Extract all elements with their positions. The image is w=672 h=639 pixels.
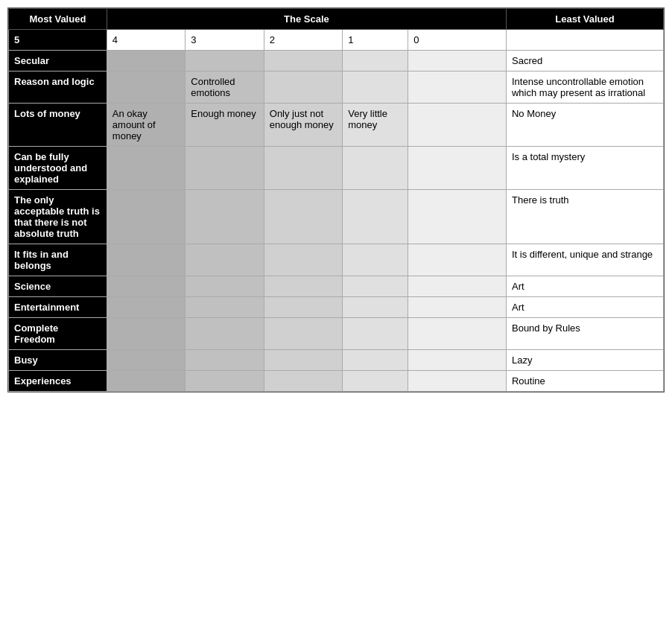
row-scale-cell-2 (186, 371, 264, 392)
scale-numbers-row: 5 4 3 2 1 0 (9, 30, 664, 51)
row-label-cell: Reason and logic (9, 71, 107, 104)
table-row: ScienceArt (9, 276, 664, 297)
row-label-cell: Science (9, 276, 107, 297)
row-least-cell: Art (506, 297, 663, 318)
row-scale-cell-1 (107, 371, 185, 392)
row-scale-cell-2 (186, 190, 264, 244)
row-scale-cell-3 (264, 51, 342, 71)
row-least-cell: Routine (506, 371, 663, 392)
row-label-cell: Lots of money (9, 104, 107, 147)
row-scale-cell-5 (408, 350, 507, 371)
scale-num-0: 5 (9, 30, 107, 51)
row-scale-cell-2 (186, 276, 264, 297)
row-scale-cell-4 (343, 147, 408, 190)
table-row: Lots of moneyAn okay amount of moneyEnou… (9, 104, 664, 147)
row-scale-cell-1 (107, 276, 185, 297)
row-scale-cell-1 (107, 318, 185, 350)
row-scale-cell-1 (107, 51, 185, 71)
row-scale-cell-5 (408, 297, 507, 318)
most-valued-header: Most Valued (9, 9, 107, 30)
table-row: The only acceptable truth is that there … (9, 190, 664, 244)
row-scale-cell-3 (264, 276, 342, 297)
row-least-cell: Lazy (506, 350, 663, 371)
table-row: BusyLazy (9, 350, 664, 371)
row-scale-cell-4 (343, 318, 408, 350)
least-valued-header: Least Valued (506, 9, 663, 30)
row-scale-cell-2: Enough money (186, 104, 264, 147)
row-least-cell: No Money (506, 104, 663, 147)
scale-num-5: 0 (408, 30, 507, 51)
row-least-cell: Sacred (506, 51, 663, 71)
row-scale-cell-2: Controlled emotions (186, 71, 264, 104)
row-scale-cell-3 (264, 147, 342, 190)
row-scale-cell-2 (186, 318, 264, 350)
row-label-cell: Busy (9, 350, 107, 371)
scale-num-4: 1 (343, 30, 408, 51)
table-row: ExperiencesRoutine (9, 371, 664, 392)
row-scale-cell-4 (343, 350, 408, 371)
row-scale-cell-1 (107, 71, 185, 104)
row-scale-cell-3 (264, 244, 342, 276)
header-row: Most Valued The Scale Least Valued (9, 9, 664, 30)
scale-num-1: 4 (107, 30, 185, 51)
row-scale-cell-5 (408, 147, 507, 190)
scale-num-2: 3 (186, 30, 264, 51)
table-row: Complete FreedomBound by Rules (9, 318, 664, 350)
table-row: Can be fully understood and explainedIs … (9, 147, 664, 190)
row-scale-cell-1 (107, 244, 185, 276)
table-row: SecularSacred (9, 51, 664, 71)
row-scale-cell-4 (343, 297, 408, 318)
table-row: Reason and logicControlled emotionsInten… (9, 71, 664, 104)
row-scale-cell-3 (264, 371, 342, 392)
row-label-cell: Complete Freedom (9, 318, 107, 350)
row-scale-cell-3: Only just not enough money (264, 104, 342, 147)
row-label-cell: Entertainment (9, 297, 107, 318)
row-scale-cell-5 (408, 190, 507, 244)
row-scale-cell-1: An okay amount of money (107, 104, 185, 147)
table-row: EntertainmentArt (9, 297, 664, 318)
scale-num-least (506, 30, 663, 51)
row-scale-cell-2 (186, 244, 264, 276)
row-scale-cell-3 (264, 318, 342, 350)
row-scale-cell-3 (264, 297, 342, 318)
row-scale-cell-4: Very little money (343, 104, 408, 147)
row-least-cell: There is truth (506, 190, 663, 244)
row-scale-cell-1 (107, 190, 185, 244)
row-least-cell: Bound by Rules (506, 318, 663, 350)
row-least-cell: Intense uncontrollable emotion which may… (506, 71, 663, 104)
row-scale-cell-2 (186, 297, 264, 318)
row-label-cell: The only acceptable truth is that there … (9, 190, 107, 244)
row-scale-cell-4 (343, 51, 408, 71)
row-label-cell: Secular (9, 51, 107, 71)
row-scale-cell-5 (408, 318, 507, 350)
row-scale-cell-4 (343, 71, 408, 104)
row-scale-cell-1 (107, 147, 185, 190)
row-scale-cell-5 (408, 71, 507, 104)
row-scale-cell-3 (264, 71, 342, 104)
row-scale-cell-3 (264, 190, 342, 244)
scale-num-3: 2 (264, 30, 342, 51)
row-label-cell: Experiences (9, 371, 107, 392)
row-scale-cell-5 (408, 244, 507, 276)
row-scale-cell-1 (107, 297, 185, 318)
row-least-cell: Art (506, 276, 663, 297)
row-scale-cell-2 (186, 147, 264, 190)
row-label-cell: It fits in and belongs (9, 244, 107, 276)
row-scale-cell-1 (107, 350, 185, 371)
row-scale-cell-5 (408, 371, 507, 392)
row-scale-cell-5 (408, 51, 507, 71)
scale-table: Most Valued The Scale Least Valued 5 4 3… (7, 7, 665, 392)
row-scale-cell-5 (408, 104, 507, 147)
row-label-cell: Can be fully understood and explained (9, 147, 107, 190)
row-scale-cell-2 (186, 51, 264, 71)
row-scale-cell-3 (264, 350, 342, 371)
row-scale-cell-4 (343, 276, 408, 297)
scale-header: The Scale (107, 9, 506, 30)
row-scale-cell-2 (186, 350, 264, 371)
row-scale-cell-4 (343, 190, 408, 244)
row-least-cell: It is different, unique and strange (506, 244, 663, 276)
row-least-cell: Is a total mystery (506, 147, 663, 190)
row-scale-cell-4 (343, 371, 408, 392)
row-scale-cell-4 (343, 244, 408, 276)
row-scale-cell-5 (408, 276, 507, 297)
